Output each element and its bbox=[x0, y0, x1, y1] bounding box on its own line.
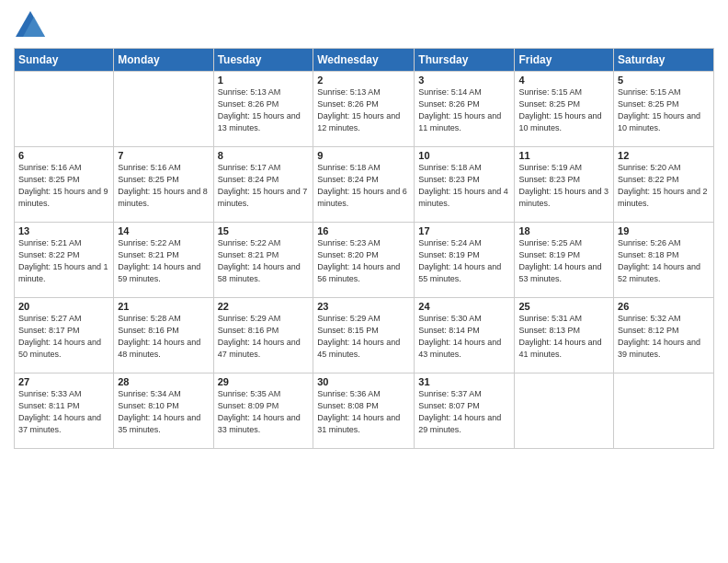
day-number: 26 bbox=[618, 301, 710, 312]
day-number: 1 bbox=[218, 75, 310, 86]
table-row: 16Sunrise: 5:23 AM Sunset: 8:20 PM Dayli… bbox=[313, 223, 415, 298]
day-number: 18 bbox=[518, 225, 609, 236]
table-row: 1Sunrise: 5:13 AM Sunset: 8:26 PM Daylig… bbox=[213, 72, 313, 147]
col-saturday: Saturday bbox=[614, 49, 714, 72]
day-number: 8 bbox=[218, 150, 310, 161]
table-row: 27Sunrise: 5:33 AM Sunset: 8:11 PM Dayli… bbox=[15, 373, 114, 449]
day-info: Sunrise: 5:26 AM Sunset: 8:18 PM Dayligh… bbox=[618, 237, 710, 285]
table-row: 19Sunrise: 5:26 AM Sunset: 8:18 PM Dayli… bbox=[614, 223, 714, 298]
day-info: Sunrise: 5:23 AM Sunset: 8:20 PM Dayligh… bbox=[317, 237, 410, 285]
calendar-week-row: 13Sunrise: 5:21 AM Sunset: 8:22 PM Dayli… bbox=[15, 223, 714, 298]
day-info: Sunrise: 5:14 AM Sunset: 8:26 PM Dayligh… bbox=[418, 86, 510, 134]
day-info: Sunrise: 5:18 AM Sunset: 8:23 PM Dayligh… bbox=[418, 162, 510, 210]
day-number: 4 bbox=[518, 75, 609, 86]
day-number: 6 bbox=[18, 150, 109, 161]
table-row: 24Sunrise: 5:30 AM Sunset: 8:14 PM Dayli… bbox=[415, 298, 515, 373]
day-info: Sunrise: 5:32 AM Sunset: 8:12 PM Dayligh… bbox=[618, 313, 710, 361]
table-row: 9Sunrise: 5:18 AM Sunset: 8:24 PM Daylig… bbox=[313, 147, 415, 223]
day-info: Sunrise: 5:29 AM Sunset: 8:15 PM Dayligh… bbox=[317, 313, 410, 361]
day-number: 9 bbox=[317, 150, 410, 161]
day-number: 27 bbox=[18, 376, 109, 387]
day-info: Sunrise: 5:30 AM Sunset: 8:14 PM Dayligh… bbox=[418, 313, 510, 361]
day-info: Sunrise: 5:28 AM Sunset: 8:16 PM Dayligh… bbox=[118, 313, 209, 361]
day-info: Sunrise: 5:16 AM Sunset: 8:25 PM Dayligh… bbox=[18, 162, 109, 210]
table-row: 3Sunrise: 5:14 AM Sunset: 8:26 PM Daylig… bbox=[415, 72, 515, 147]
calendar-week-row: 6Sunrise: 5:16 AM Sunset: 8:25 PM Daylig… bbox=[15, 147, 714, 223]
col-tuesday: Tuesday bbox=[213, 49, 313, 72]
table-row bbox=[515, 373, 614, 449]
table-row: 22Sunrise: 5:29 AM Sunset: 8:16 PM Dayli… bbox=[213, 298, 313, 373]
day-number: 20 bbox=[18, 301, 109, 312]
day-number: 14 bbox=[118, 225, 209, 236]
table-row: 14Sunrise: 5:22 AM Sunset: 8:21 PM Dayli… bbox=[114, 223, 213, 298]
day-number: 30 bbox=[317, 376, 410, 387]
day-info: Sunrise: 5:33 AM Sunset: 8:11 PM Dayligh… bbox=[18, 388, 109, 436]
page: Sunday Monday Tuesday Wednesday Thursday… bbox=[0, 0, 728, 563]
table-row: 13Sunrise: 5:21 AM Sunset: 8:22 PM Dayli… bbox=[15, 223, 114, 298]
table-row: 28Sunrise: 5:34 AM Sunset: 8:10 PM Dayli… bbox=[114, 373, 213, 449]
logo bbox=[14, 9, 51, 42]
day-info: Sunrise: 5:27 AM Sunset: 8:17 PM Dayligh… bbox=[18, 313, 109, 361]
day-number: 17 bbox=[418, 225, 510, 236]
day-number: 28 bbox=[118, 376, 209, 387]
day-number: 19 bbox=[618, 225, 710, 236]
table-row: 17Sunrise: 5:24 AM Sunset: 8:19 PM Dayli… bbox=[415, 223, 515, 298]
table-row: 7Sunrise: 5:16 AM Sunset: 8:25 PM Daylig… bbox=[114, 147, 213, 223]
day-number: 13 bbox=[18, 225, 109, 236]
day-number: 3 bbox=[418, 75, 510, 86]
day-number: 31 bbox=[418, 376, 510, 387]
logo-icon bbox=[14, 9, 47, 42]
day-number: 7 bbox=[118, 150, 209, 161]
day-info: Sunrise: 5:25 AM Sunset: 8:19 PM Dayligh… bbox=[518, 237, 609, 285]
day-info: Sunrise: 5:16 AM Sunset: 8:25 PM Dayligh… bbox=[118, 162, 209, 210]
day-info: Sunrise: 5:22 AM Sunset: 8:21 PM Dayligh… bbox=[118, 237, 209, 285]
calendar-table: Sunday Monday Tuesday Wednesday Thursday… bbox=[14, 48, 714, 449]
table-row: 5Sunrise: 5:15 AM Sunset: 8:25 PM Daylig… bbox=[614, 72, 714, 147]
day-number: 12 bbox=[618, 150, 710, 161]
table-row: 15Sunrise: 5:22 AM Sunset: 8:21 PM Dayli… bbox=[213, 223, 313, 298]
day-info: Sunrise: 5:24 AM Sunset: 8:19 PM Dayligh… bbox=[418, 237, 510, 285]
day-number: 25 bbox=[518, 301, 609, 312]
day-number: 29 bbox=[218, 376, 310, 387]
day-number: 16 bbox=[317, 225, 410, 236]
table-row bbox=[114, 72, 213, 147]
col-monday: Monday bbox=[114, 49, 213, 72]
day-info: Sunrise: 5:34 AM Sunset: 8:10 PM Dayligh… bbox=[118, 388, 209, 436]
day-number: 23 bbox=[317, 301, 410, 312]
col-wednesday: Wednesday bbox=[313, 49, 415, 72]
day-info: Sunrise: 5:20 AM Sunset: 8:22 PM Dayligh… bbox=[618, 162, 710, 210]
day-info: Sunrise: 5:15 AM Sunset: 8:25 PM Dayligh… bbox=[518, 86, 609, 134]
day-number: 21 bbox=[118, 301, 209, 312]
calendar-week-row: 20Sunrise: 5:27 AM Sunset: 8:17 PM Dayli… bbox=[15, 298, 714, 373]
day-info: Sunrise: 5:35 AM Sunset: 8:09 PM Dayligh… bbox=[218, 388, 310, 436]
day-info: Sunrise: 5:21 AM Sunset: 8:22 PM Dayligh… bbox=[18, 237, 109, 285]
table-row bbox=[614, 373, 714, 449]
day-number: 10 bbox=[418, 150, 510, 161]
table-row: 23Sunrise: 5:29 AM Sunset: 8:15 PM Dayli… bbox=[313, 298, 415, 373]
day-info: Sunrise: 5:19 AM Sunset: 8:23 PM Dayligh… bbox=[518, 162, 609, 210]
day-info: Sunrise: 5:31 AM Sunset: 8:13 PM Dayligh… bbox=[518, 313, 609, 361]
table-row: 8Sunrise: 5:17 AM Sunset: 8:24 PM Daylig… bbox=[213, 147, 313, 223]
col-friday: Friday bbox=[515, 49, 614, 72]
day-info: Sunrise: 5:22 AM Sunset: 8:21 PM Dayligh… bbox=[218, 237, 310, 285]
table-row: 25Sunrise: 5:31 AM Sunset: 8:13 PM Dayli… bbox=[515, 298, 614, 373]
col-thursday: Thursday bbox=[415, 49, 515, 72]
calendar-header-row: Sunday Monday Tuesday Wednesday Thursday… bbox=[15, 49, 714, 72]
day-info: Sunrise: 5:36 AM Sunset: 8:08 PM Dayligh… bbox=[317, 388, 410, 436]
table-row: 10Sunrise: 5:18 AM Sunset: 8:23 PM Dayli… bbox=[415, 147, 515, 223]
day-number: 15 bbox=[218, 225, 310, 236]
table-row: 18Sunrise: 5:25 AM Sunset: 8:19 PM Dayli… bbox=[515, 223, 614, 298]
table-row: 4Sunrise: 5:15 AM Sunset: 8:25 PM Daylig… bbox=[515, 72, 614, 147]
day-info: Sunrise: 5:18 AM Sunset: 8:24 PM Dayligh… bbox=[317, 162, 410, 210]
day-info: Sunrise: 5:17 AM Sunset: 8:24 PM Dayligh… bbox=[218, 162, 310, 210]
day-info: Sunrise: 5:13 AM Sunset: 8:26 PM Dayligh… bbox=[317, 86, 410, 134]
table-row: 26Sunrise: 5:32 AM Sunset: 8:12 PM Dayli… bbox=[614, 298, 714, 373]
day-info: Sunrise: 5:29 AM Sunset: 8:16 PM Dayligh… bbox=[218, 313, 310, 361]
table-row: 6Sunrise: 5:16 AM Sunset: 8:25 PM Daylig… bbox=[15, 147, 114, 223]
day-info: Sunrise: 5:37 AM Sunset: 8:07 PM Dayligh… bbox=[418, 388, 510, 436]
day-number: 22 bbox=[218, 301, 310, 312]
table-row bbox=[15, 72, 114, 147]
table-row: 11Sunrise: 5:19 AM Sunset: 8:23 PM Dayli… bbox=[515, 147, 614, 223]
table-row: 12Sunrise: 5:20 AM Sunset: 8:22 PM Dayli… bbox=[614, 147, 714, 223]
day-number: 11 bbox=[518, 150, 609, 161]
